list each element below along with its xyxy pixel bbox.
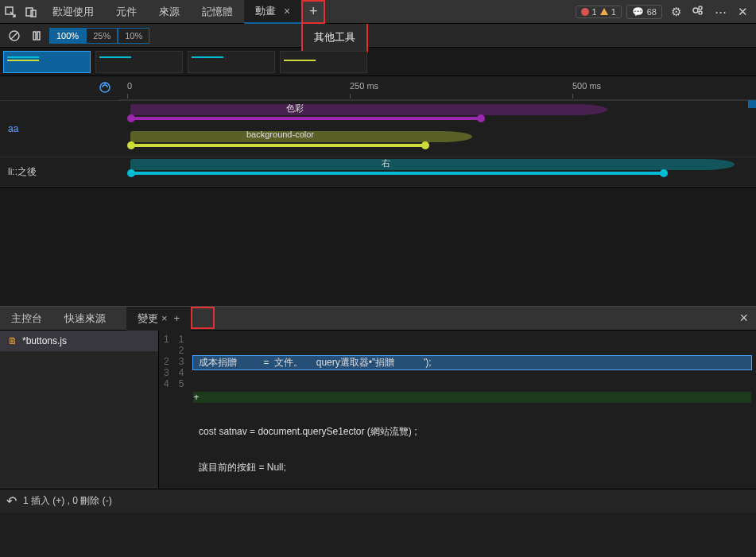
thumbnail-1[interactable] bbox=[3, 51, 91, 73]
more-menu-icon[interactable]: ⋯ bbox=[711, 5, 729, 19]
gutter-new: 1 2 3 4 5 bbox=[174, 331, 189, 489]
warning-count: 1 bbox=[611, 7, 616, 17]
diff-summary: 1 插入 (+) , 0 刪除 (-) bbox=[23, 494, 112, 508]
diff-code-area[interactable]: 1 2 3 4 1 2 3 4 5 成本捐贈 = 文件。 query選取器•"捐… bbox=[159, 331, 756, 489]
inspect-icon[interactable] bbox=[0, 0, 21, 24]
drawer-tab-changes-label: 變更 bbox=[138, 311, 158, 326]
drawer-tabs: 主控台 快速來源 變更 × + × bbox=[0, 307, 756, 331]
file-name: *buttons.js bbox=[22, 335, 67, 346]
close-devtools-icon[interactable]: ✕ bbox=[734, 5, 751, 19]
tab-animations[interactable]: 動畫 × bbox=[244, 0, 301, 24]
track-label-bgcolor: background-color bbox=[246, 130, 314, 139]
svg-point-3 bbox=[693, 8, 698, 13]
chat-icon: 💬 bbox=[632, 6, 644, 17]
file-item-buttons[interactable]: 🗎 *buttons.js bbox=[0, 331, 158, 351]
ruler-tick-250: 250 ms bbox=[350, 81, 378, 91]
keyframe-dot[interactable] bbox=[477, 114, 485, 122]
thumbnail-4[interactable] bbox=[280, 51, 367, 73]
drawer-tab-quicksource[interactable]: 快速來源 bbox=[53, 307, 117, 331]
drawer-tab-console[interactable]: 主控台 bbox=[0, 307, 53, 331]
drawer-body: 🗎 *buttons.js 1 2 3 4 1 2 3 4 5 成本捐贈 = 文… bbox=[0, 331, 756, 489]
svg-line-7 bbox=[11, 33, 17, 39]
svg-rect-9 bbox=[37, 32, 40, 40]
pause-button[interactable] bbox=[27, 26, 46, 45]
keyframe-dot[interactable] bbox=[127, 114, 135, 122]
track-line-right[interactable] bbox=[130, 172, 663, 175]
track-line-bgcolor[interactable] bbox=[130, 144, 425, 147]
add-tab-wrapper: + 其他工具 bbox=[301, 0, 325, 24]
add-tab-button[interactable]: + bbox=[301, 0, 325, 24]
svg-point-5 bbox=[699, 11, 702, 14]
add-tab-tooltip: 其他工具 bbox=[301, 24, 368, 52]
animation-timeline: aa 色彩 background-color li::之後 右 bbox=[0, 101, 756, 187]
error-dot-icon bbox=[581, 8, 589, 16]
speed-10-button[interactable]: 10% bbox=[118, 28, 149, 44]
keyframe-dot[interactable] bbox=[127, 169, 135, 177]
keyframe-dot[interactable] bbox=[127, 141, 135, 149]
mini-line-icon bbox=[99, 56, 131, 58]
add-drawer-tab-icon[interactable]: + bbox=[174, 312, 180, 324]
mini-line-icon bbox=[7, 56, 39, 58]
error-warning-badge[interactable]: 1 1 bbox=[576, 6, 622, 18]
row-label-liafter[interactable]: li::之後 bbox=[0, 161, 119, 184]
devtools-topbar: 歡迎使用 元件 來源 記憶體 動畫 × + 其他工具 1 1 💬 68 ⚙ ⋯ … bbox=[0, 0, 756, 24]
tab-sources[interactable]: 來源 bbox=[148, 0, 191, 24]
playhead-cell bbox=[0, 76, 119, 100]
code-line-2[interactable]: + bbox=[193, 392, 751, 403]
ruler-tick-0: 0 bbox=[127, 81, 132, 91]
clear-button[interactable] bbox=[5, 26, 24, 45]
track-label-color: 色彩 bbox=[286, 103, 304, 114]
highlight-box bbox=[191, 307, 215, 329]
playhead-icon[interactable] bbox=[99, 81, 111, 96]
code-line-1[interactable]: 成本捐贈 = 文件。 query選取器•"捐贈 '); bbox=[193, 356, 751, 369]
row-tracks-liafter: 右 bbox=[119, 157, 756, 186]
feedback-icon[interactable] bbox=[689, 4, 707, 19]
drawer-footer: ↶ 1 插入 (+) , 0 刪除 (-) bbox=[0, 489, 756, 513]
messages-badge[interactable]: 💬 68 bbox=[626, 5, 662, 19]
ruler-row: 0 250 ms 500 ms bbox=[0, 76, 756, 101]
drawer-tab-changes[interactable]: 變更 × + bbox=[126, 307, 191, 331]
mini-line-icon bbox=[192, 56, 223, 58]
tab-welcome[interactable]: 歡迎使用 bbox=[41, 0, 105, 24]
file-icon: 🗎 bbox=[8, 335, 17, 346]
close-icon[interactable]: × bbox=[284, 5, 290, 17]
undo-icon[interactable]: ↶ bbox=[6, 493, 17, 509]
tab-memory[interactable]: 記憶體 bbox=[191, 0, 244, 24]
speed-25-button[interactable]: 25% bbox=[86, 28, 118, 44]
tab-animations-label: 動畫 bbox=[255, 4, 276, 18]
thumbnail-3[interactable] bbox=[188, 51, 275, 73]
mini-line-icon bbox=[284, 60, 316, 61]
mini-line-icon bbox=[7, 60, 39, 61]
svg-rect-8 bbox=[33, 32, 36, 40]
device-toggle-icon[interactable] bbox=[21, 0, 41, 24]
settings-gear-icon[interactable]: ⚙ bbox=[667, 5, 684, 19]
track-line-color[interactable] bbox=[130, 117, 480, 120]
keyframe-dot[interactable] bbox=[421, 141, 429, 149]
track-label-right: 右 bbox=[382, 157, 390, 169]
ruler-tick-500: 500 ms bbox=[572, 81, 601, 91]
close-icon[interactable]: × bbox=[161, 312, 168, 324]
svg-point-4 bbox=[699, 6, 702, 10]
speed-100-button[interactable]: 100% bbox=[49, 28, 86, 44]
time-ruler[interactable]: 0 250 ms 500 ms bbox=[119, 76, 756, 100]
track-fill-color bbox=[130, 104, 607, 115]
status-area: 1 1 💬 68 ⚙ ⋯ ✕ bbox=[576, 4, 757, 19]
top-tabs: 歡迎使用 元件 來源 記憶體 動畫 × + 其他工具 bbox=[41, 0, 576, 24]
close-drawer-button[interactable]: × bbox=[731, 310, 756, 327]
row-tracks-aa: 色彩 background-color bbox=[119, 101, 756, 157]
svg-rect-1 bbox=[26, 8, 33, 16]
keyframe-dot[interactable] bbox=[660, 169, 668, 177]
warning-triangle-icon bbox=[600, 8, 608, 15]
drawer-panel: 主控台 快速來源 變更 × + × 🗎 *buttons.js 1 2 3 4 … bbox=[0, 306, 756, 513]
code-line-3[interactable]: cost satnav = document.querySe1ector (網站… bbox=[193, 425, 751, 439]
animation-toolbar: 100% 25% 10% bbox=[0, 24, 756, 48]
error-count: 1 bbox=[592, 7, 597, 17]
tab-elements[interactable]: 元件 bbox=[105, 0, 148, 24]
timeline-row-aa: aa 色彩 background-color bbox=[0, 101, 756, 157]
code-line-4[interactable]: 讓目前的按鈕 = Null; bbox=[193, 461, 751, 474]
code-lines: 成本捐贈 = 文件。 query選取器•"捐贈 '); + cost satna… bbox=[188, 331, 756, 489]
row-label-aa[interactable]: aa bbox=[0, 118, 119, 139]
animation-thumbnails bbox=[0, 48, 756, 76]
speed-buttons: 100% 25% 10% bbox=[49, 28, 149, 44]
thumbnail-2[interactable] bbox=[95, 51, 183, 73]
